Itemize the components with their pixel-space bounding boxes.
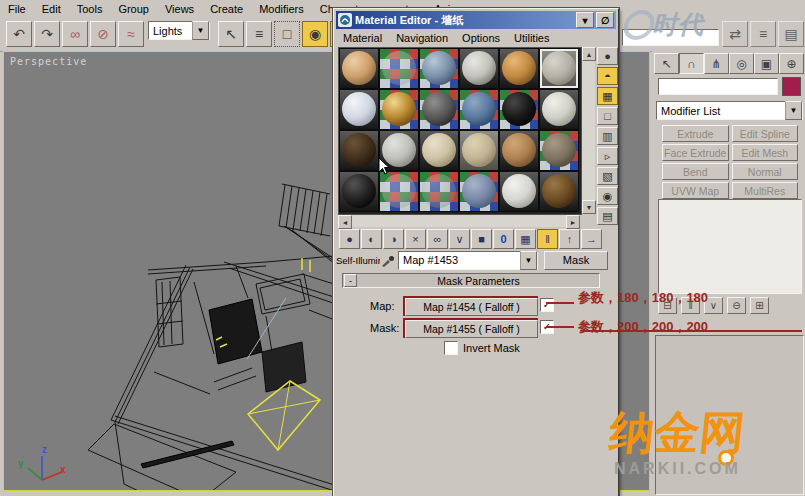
menu-views[interactable]: Views <box>157 2 202 16</box>
select-by-material-icon[interactable]: ◉ <box>597 187 618 205</box>
chevron-down-icon[interactable]: ▼ <box>520 251 537 270</box>
menu-create[interactable]: Create <box>202 2 251 16</box>
material-sample-slot[interactable] <box>419 48 459 89</box>
undo-icon[interactable]: ↶ <box>6 21 32 47</box>
menu-edit[interactable]: Edit <box>34 2 69 16</box>
window-crossing-toggle-icon[interactable]: ◉ <box>302 21 328 47</box>
material-sample-slot[interactable] <box>459 48 499 89</box>
modifier-stack-list[interactable] <box>658 199 802 294</box>
menu-group[interactable]: Group <box>110 2 157 16</box>
material-sample-slot[interactable] <box>539 48 579 89</box>
me-menu-material[interactable]: Material <box>336 30 389 46</box>
material-sample-slot[interactable] <box>419 89 459 130</box>
make-material-copy-icon[interactable]: ∞ <box>427 229 448 249</box>
viewport-label[interactable]: Perspective <box>10 56 87 67</box>
named-selection-set-field[interactable] <box>622 29 719 46</box>
palette-horizontal-scrollbar[interactable]: ◄ ► <box>338 215 580 227</box>
invert-mask-checkbox[interactable] <box>444 341 458 355</box>
material-sample-slot[interactable] <box>339 171 379 212</box>
material-sample-slot[interactable] <box>459 89 499 130</box>
tab-display[interactable]: ▣ <box>754 53 779 74</box>
object-name-field[interactable] <box>658 78 778 95</box>
mask-slot-button[interactable]: Map #1455 ( Falloff ) <box>405 320 538 338</box>
mirror-icon[interactable]: ⇄ <box>722 21 748 47</box>
material-sample-slot[interactable] <box>539 171 579 212</box>
tab-motion[interactable]: ◎ <box>729 53 754 74</box>
mask-parameters-rollout-header[interactable]: - Mask Parameters <box>342 273 600 288</box>
me-menu-navigation[interactable]: Navigation <box>389 30 455 46</box>
material-id-channel-icon[interactable]: 0 <box>493 229 514 249</box>
material-sample-slot[interactable] <box>539 89 579 130</box>
align-icon[interactable]: ≡ <box>750 21 776 47</box>
selection-filter-dropdown[interactable]: Lights ▼ <box>148 21 210 40</box>
modifier-button[interactable]: MultiRes <box>732 182 799 199</box>
material-sample-slot[interactable] <box>419 130 459 171</box>
layer-manager-icon[interactable]: ▤ <box>778 21 804 47</box>
sample-uv-tiling-icon[interactable]: □ <box>597 107 618 125</box>
scroll-left-icon[interactable]: ◄ <box>338 215 352 229</box>
material-sample-slot[interactable] <box>379 89 419 130</box>
tab-hierarchy[interactable]: ⋔ <box>704 53 729 74</box>
object-color-swatch[interactable] <box>782 77 801 96</box>
unlink-selection-icon[interactable]: ⊘ <box>90 21 116 47</box>
select-object-icon[interactable]: ↖ <box>218 21 244 47</box>
material-sample-slot[interactable] <box>499 89 539 130</box>
material-name-dropdown[interactable]: Map #1453 ▼ <box>398 251 538 270</box>
palette-vertical-scrollbar[interactable]: ▲ ▼ <box>582 47 595 213</box>
modifier-button[interactable]: Extrude <box>662 125 729 142</box>
pick-material-eyedropper-icon[interactable] <box>380 252 396 268</box>
assign-material-to-selection-icon[interactable]: ◑ <box>383 229 404 249</box>
menu-tools[interactable]: Tools <box>69 2 111 16</box>
redo-icon[interactable]: ↷ <box>34 21 60 47</box>
show-end-result-icon[interactable]: ‖ <box>537 229 558 249</box>
tab-utilities[interactable]: ⊕ <box>779 53 804 74</box>
menu-file[interactable]: File <box>0 2 34 16</box>
scroll-down-icon[interactable]: ▼ <box>582 200 596 214</box>
modifier-button[interactable]: UVW Map <box>662 182 729 199</box>
show-map-in-viewport-icon[interactable]: ▦ <box>515 229 536 249</box>
material-sample-slot[interactable] <box>539 130 579 171</box>
backlight-icon[interactable]: ◓ <box>597 67 618 85</box>
go-to-parent-icon[interactable]: ↑ <box>559 229 580 249</box>
modifier-button[interactable]: Bend <box>662 163 729 180</box>
material-sample-slot[interactable] <box>379 48 419 89</box>
get-material-icon[interactable]: ● <box>339 229 360 249</box>
modifier-button[interactable]: Edit Mesh <box>732 144 799 161</box>
video-color-check-icon[interactable]: ▥ <box>597 127 618 145</box>
configure-modifier-sets-icon[interactable]: ⊞ <box>750 297 769 314</box>
minimize-button[interactable]: ▾ <box>576 12 594 28</box>
select-and-link-icon[interactable]: ∞ <box>62 21 88 47</box>
material-editor-options-icon[interactable]: ▧ <box>597 167 618 185</box>
material-sample-slot[interactable] <box>499 48 539 89</box>
tab-create[interactable]: ↖ <box>654 53 679 74</box>
make-preview-icon[interactable]: ▹ <box>597 147 618 165</box>
put-material-to-scene-icon[interactable]: ◐ <box>361 229 382 249</box>
tab-modify[interactable]: ∩ <box>679 53 704 74</box>
scroll-up-icon[interactable]: ▲ <box>582 47 596 61</box>
go-forward-to-sibling-icon[interactable]: → <box>581 229 602 249</box>
modifier-button[interactable]: Edit Spline <box>732 125 799 142</box>
background-icon[interactable]: ▦ <box>597 87 618 105</box>
menu-modifiers[interactable]: Modifiers <box>251 2 312 16</box>
me-menu-utilities[interactable]: Utilities <box>507 30 556 46</box>
map-enable-checkbox[interactable]: ✓ <box>540 298 554 312</box>
rectangular-selection-region-icon[interactable]: □ <box>274 21 300 47</box>
material-sample-slot[interactable] <box>419 171 459 212</box>
material-editor-titlebar[interactable]: Material Editor - 墙纸 ▾ ∅ <box>336 11 616 29</box>
rollout-collapse-icon[interactable]: - <box>344 274 357 287</box>
material-map-navigator-icon[interactable]: ▤ <box>597 207 618 225</box>
material-type-button[interactable]: Mask <box>544 251 608 270</box>
chevron-down-icon[interactable]: ▼ <box>785 101 802 120</box>
material-sample-slot[interactable] <box>499 130 539 171</box>
remove-modifier-icon[interactable]: ⊖ <box>727 297 746 314</box>
material-sample-slot[interactable] <box>379 171 419 212</box>
make-unique-icon[interactable]: ∨ <box>449 229 470 249</box>
put-to-library-icon[interactable]: ■ <box>471 229 492 249</box>
map-slot-button[interactable]: Map #1454 ( Falloff ) <box>405 298 538 316</box>
material-sample-slot[interactable] <box>459 171 499 212</box>
modifier-button[interactable]: Normal <box>732 163 799 180</box>
material-sample-slot[interactable] <box>499 171 539 212</box>
close-button[interactable]: ∅ <box>596 12 614 28</box>
select-by-name-icon[interactable]: ≡ <box>246 21 272 47</box>
me-menu-options[interactable]: Options <box>455 30 507 46</box>
